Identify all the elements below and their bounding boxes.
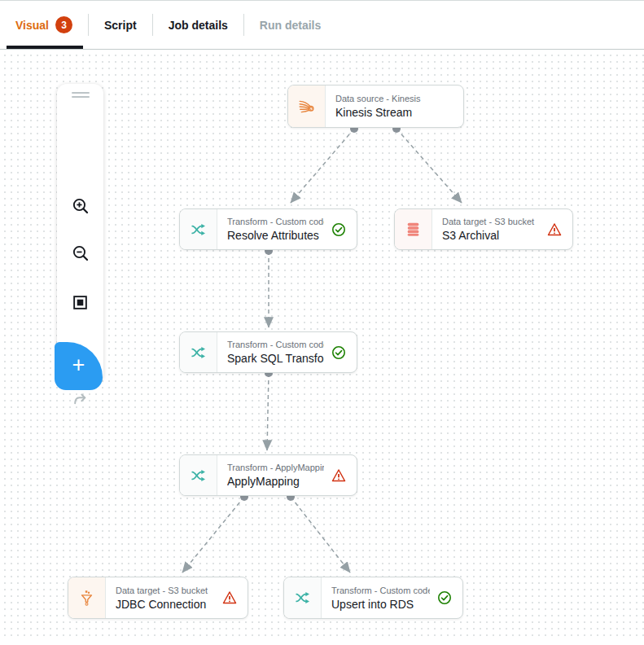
node-type-label: Transform - Custom code bbox=[331, 586, 430, 595]
tab-run-details: Run details bbox=[244, 1, 336, 49]
zoom-out-button[interactable] bbox=[57, 239, 103, 268]
node-s3-archival[interactable]: Data target - S3 bucket S3 Archival bbox=[394, 208, 573, 250]
tab-job-details-label: Job details bbox=[169, 19, 228, 32]
node-text: Data target - S3 bucket JDBC Connection bbox=[106, 577, 221, 618]
node-name: S3 Archival bbox=[442, 229, 540, 242]
node-kinesis-stream[interactable]: Data source - Kinesis Kinesis Stream bbox=[287, 85, 464, 128]
node-type-label: Transform - Custom code bbox=[227, 217, 324, 226]
node-applymapping[interactable]: Transform - ApplyMapping ApplyMapping bbox=[179, 454, 357, 496]
node-jdbc-connection[interactable]: Data target - S3 bucket JDBC Connection bbox=[68, 577, 248, 619]
success-status-icon bbox=[436, 590, 453, 606]
toolbar-drag-handle[interactable] bbox=[57, 90, 103, 99]
node-name: ApplyMapping bbox=[227, 475, 324, 488]
success-status-icon bbox=[331, 344, 347, 361]
zoom-in-button[interactable] bbox=[57, 191, 103, 221]
kinesis-stream-icon bbox=[288, 86, 326, 127]
node-text: Data target - S3 bucket S3 Archival bbox=[432, 209, 546, 249]
node-type-label: Data target - S3 bucket bbox=[116, 586, 215, 595]
success-status-icon bbox=[331, 222, 347, 238]
warning-status-icon bbox=[546, 222, 563, 238]
node-type-label: Transform - Custom code bbox=[227, 340, 324, 349]
shuffle-icon bbox=[180, 209, 217, 249]
tab-script[interactable]: Script bbox=[89, 1, 152, 49]
node-type-label: Data target - S3 bucket bbox=[442, 217, 540, 226]
warning-status-icon bbox=[221, 590, 238, 606]
node-name: JDBC Connection bbox=[116, 598, 215, 611]
redo-icon bbox=[72, 392, 89, 409]
fit-view-icon bbox=[72, 294, 89, 311]
visual-issue-count-badge: 3 bbox=[55, 16, 72, 33]
job-editor-tab-bar: Visual 3 Script Job details Run details bbox=[0, 0, 644, 50]
plus-icon: + bbox=[72, 354, 85, 376]
node-resolve-attributes[interactable]: Transform - Custom code Resolve Attribut… bbox=[179, 208, 357, 250]
tab-run-details-label: Run details bbox=[260, 19, 321, 32]
node-name: Upsert into RDS bbox=[331, 598, 430, 611]
tab-visual[interactable]: Visual 3 bbox=[0, 1, 88, 49]
node-spark-sql-transform[interactable]: Transform - Custom code Spark SQL Transf… bbox=[179, 331, 357, 373]
node-text: Transform - Custom code Resolve Attribut… bbox=[217, 209, 331, 249]
zoom-in-icon bbox=[72, 197, 90, 215]
node-name: Kinesis Stream bbox=[335, 106, 457, 119]
node-text: Transform - ApplyMapping ApplyMapping bbox=[217, 455, 331, 495]
database-icon bbox=[395, 209, 432, 249]
tab-script-label: Script bbox=[104, 19, 137, 32]
shuffle-icon bbox=[180, 332, 217, 372]
node-type-label: Transform - ApplyMapping bbox=[227, 463, 324, 472]
funnel-icon bbox=[68, 577, 106, 618]
tab-visual-label: Visual bbox=[15, 19, 49, 32]
node-upsert-into-rds[interactable]: Transform - Custom code Upsert into RDS bbox=[283, 577, 463, 619]
zoom-out-icon bbox=[72, 244, 90, 262]
node-type-label: Data source - Kinesis bbox=[335, 94, 457, 103]
warning-status-icon bbox=[331, 467, 347, 484]
node-name: Spark SQL Transform… bbox=[227, 352, 324, 365]
fit-view-button[interactable] bbox=[57, 287, 103, 317]
shuffle-icon bbox=[284, 577, 322, 618]
shuffle-icon bbox=[180, 455, 217, 495]
canvas-toolbar: + bbox=[57, 84, 103, 383]
node-text: Transform - Custom code Spark SQL Transf… bbox=[217, 332, 331, 372]
node-name: Resolve Attributes bbox=[227, 229, 324, 242]
node-text: Transform - Custom code Upsert into RDS bbox=[322, 577, 436, 618]
node-text: Data source - Kinesis Kinesis Stream bbox=[326, 86, 463, 127]
tab-job-details[interactable]: Job details bbox=[153, 1, 243, 49]
